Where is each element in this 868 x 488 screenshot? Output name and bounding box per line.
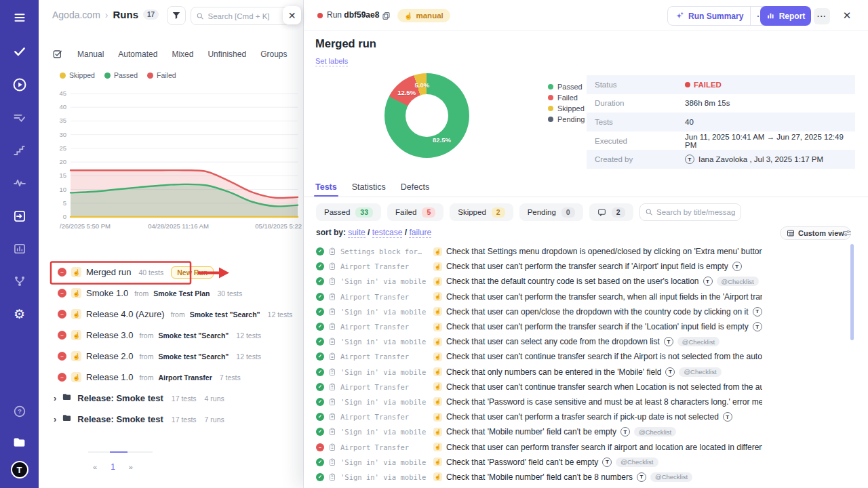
comments-chip[interactable]: 2 (589, 203, 633, 221)
test-title[interactable]: Check that 'Mobile number' field can't b… (446, 472, 633, 482)
test-row[interactable]: ✓'Sign in' via mobile☝Check that only nu… (316, 365, 762, 380)
traceability-icon[interactable] (0, 272, 39, 291)
chevron-right-icon[interactable]: › (54, 414, 56, 424)
run-plan-name[interactable]: Airport Transfer (158, 373, 212, 382)
projects-folder-icon[interactable] (0, 432, 39, 451)
page-next[interactable]: » (129, 463, 133, 471)
tests-search[interactable] (639, 203, 741, 221)
run-folder-row[interactable]: ›Release: Smoke test17 tests7 runs (39, 409, 304, 430)
filter-chip-failed[interactable]: Failed5 (387, 203, 443, 221)
report-button[interactable]: Report (760, 6, 811, 26)
test-row[interactable]: ✓'Sign in' via mobile☝Check that 'Passwo… (316, 394, 762, 409)
run-name[interactable]: Release 2.0 (86, 351, 133, 361)
test-title[interactable]: Check that 'Password' field can't be emp… (446, 458, 598, 467)
run-name[interactable]: Smoke 1.0 (86, 288, 128, 298)
breadcrumb-project[interactable]: Agoda.com (52, 9, 100, 20)
panel-close-button[interactable]: ✕ (283, 6, 301, 24)
run-row[interactable]: –☝Release 3.0fromSmoke test "Search"12 t… (39, 325, 304, 346)
tests-scrollbar[interactable] (850, 244, 854, 340)
run-plan-name[interactable]: Smoke test "Search" (158, 331, 229, 340)
test-row[interactable]: ✓Airport Transfer☝Check that user can't … (316, 289, 762, 304)
test-title[interactable]: Check that 'Mobile number' field can't b… (446, 427, 616, 436)
tests-search-input[interactable] (656, 208, 735, 216)
run-row[interactable]: –☝Smoke 1.0fromSmoke Test Plan30 tests (39, 283, 304, 304)
test-title[interactable]: Check that user can open/close the dropd… (446, 307, 749, 317)
test-title[interactable]: Check that user can't continue transfer … (446, 382, 762, 392)
run-name[interactable]: Release 1.0 (86, 372, 133, 382)
reports-icon[interactable] (0, 239, 39, 258)
test-title[interactable]: Check that 'Password is case sensitive a… (446, 397, 762, 407)
test-title[interactable]: Check that user can't perform a trasfer … (446, 412, 719, 422)
test-title[interactable]: Check that only numbers can be entered i… (446, 367, 661, 377)
test-row[interactable]: ✓Settings block for…☝Check that Settings… (316, 244, 762, 259)
select-runs-icon[interactable] (52, 49, 63, 60)
test-row[interactable]: ✓'Sign in' via mobile☝Check that user ca… (316, 334, 762, 349)
run-row[interactable]: –☝Release 2.0fromSmoke test "Search"12 t… (39, 346, 304, 367)
runs-search[interactable] (191, 7, 290, 25)
view-settings-icon[interactable] (842, 228, 852, 241)
test-row[interactable]: ✓'Sign in' via mobile☝Check that the def… (316, 274, 762, 289)
test-row[interactable]: ✓'Sign in' via mobile☝Check that 'Mobile… (316, 424, 762, 439)
copy-run-id-button[interactable] (380, 9, 392, 22)
page-current[interactable]: 1 (111, 462, 115, 472)
sort-by-suite[interactable]: suite (348, 228, 365, 238)
custom-view-button[interactable]: Custom view (780, 226, 851, 240)
help-icon[interactable]: ? (0, 402, 39, 421)
test-row[interactable]: ✓'Sign in' via mobile☝Check that user ca… (316, 304, 762, 319)
test-row[interactable]: ✓Airport Transfer☝Check that user can't … (316, 380, 762, 394)
tab-mixed[interactable]: Mixed (172, 49, 193, 59)
runs-search-input[interactable] (208, 12, 284, 20)
page-prev[interactable]: « (93, 463, 97, 471)
settings-gear-icon[interactable]: ⚙ (0, 304, 39, 323)
set-labels-link[interactable]: Set labels (315, 57, 348, 66)
run-row[interactable]: –☝Release 4.0 (Azure)fromSmoke test "Sea… (39, 304, 304, 325)
tab-defects[interactable]: Defects (401, 182, 429, 192)
test-title[interactable]: Check that Settings menu dropdown is ope… (446, 247, 762, 256)
filter-button[interactable] (167, 6, 186, 25)
modal-close-button[interactable]: ✕ (840, 9, 854, 22)
test-cases-icon[interactable] (0, 42, 39, 61)
tab-unfinished[interactable]: Unfinished (208, 49, 246, 59)
test-row[interactable]: ✓Airport Transfer☝Check that user can't … (316, 349, 762, 364)
tab-statistics[interactable]: Statistics (352, 182, 386, 192)
filter-chip-pending[interactable]: Pending0 (519, 203, 583, 221)
tab-tests[interactable]: Tests (315, 182, 337, 192)
test-title[interactable]: Check that user can't perform the transf… (446, 292, 762, 302)
run-name[interactable]: Release 4.0 (Azure) (86, 309, 165, 319)
test-plans-icon[interactable] (0, 108, 39, 127)
test-title[interactable]: Check that user can't perform the transf… (446, 262, 728, 271)
test-title[interactable]: Check that user can select any code from… (446, 337, 660, 346)
folder-name[interactable]: Release: Smoke test (77, 414, 163, 424)
test-title[interactable]: Check that user can't continue transfer … (446, 352, 762, 361)
run-row[interactable]: –☝Release 1.0fromAirport Transfer7 tests (39, 367, 304, 388)
test-title[interactable]: Check that user can perform transfer sea… (446, 443, 762, 452)
chevron-right-icon[interactable]: › (54, 393, 56, 403)
tab-groups[interactable]: Groups (260, 49, 287, 59)
runs-icon[interactable] (0, 75, 39, 94)
requirements-icon[interactable] (0, 207, 39, 226)
test-title[interactable]: Check that user can't perform the transf… (446, 322, 749, 331)
sort-by-testcase[interactable]: testcase (372, 228, 403, 238)
run-row[interactable]: –☝Merged run40 testsNew Run (39, 262, 304, 283)
run-name[interactable]: Merged run (86, 267, 131, 277)
test-row[interactable]: ✓Airport Transfer☝Check that user can't … (316, 409, 762, 424)
run-folder-row[interactable]: ›Release: Smoke test17 tests4 runs (39, 388, 304, 409)
run-plan-name[interactable]: Smoke test "Search" (190, 310, 260, 319)
run-plan-name[interactable]: Smoke Test Plan (153, 289, 210, 298)
filter-chip-passed[interactable]: Passed33 (316, 203, 381, 221)
tab-automated[interactable]: Automated (118, 49, 157, 59)
tab-manual[interactable]: Manual (77, 49, 104, 59)
user-avatar[interactable]: T (0, 460, 39, 479)
test-row[interactable]: ✓Airport Transfer☝Check that user can't … (316, 319, 762, 334)
run-plan-name[interactable]: Smoke test "Search" (158, 352, 229, 361)
more-actions-button[interactable]: ··· (814, 8, 830, 24)
activity-icon[interactable] (0, 174, 39, 192)
milestones-icon[interactable] (0, 141, 39, 160)
test-row[interactable]: –Airport Transfer☝Check that user can pe… (316, 439, 762, 454)
filter-chip-skipped[interactable]: Skipped2 (450, 203, 513, 221)
menu-icon[interactable] (0, 8, 39, 27)
test-row[interactable]: ✓'Sign in' via mobile☝Check that 'Mobile… (316, 470, 762, 485)
run-summary-button[interactable]: Run Summary ··· (667, 6, 774, 26)
run-name[interactable]: Release 3.0 (86, 330, 133, 340)
sort-by-failure[interactable]: failure (409, 228, 431, 238)
